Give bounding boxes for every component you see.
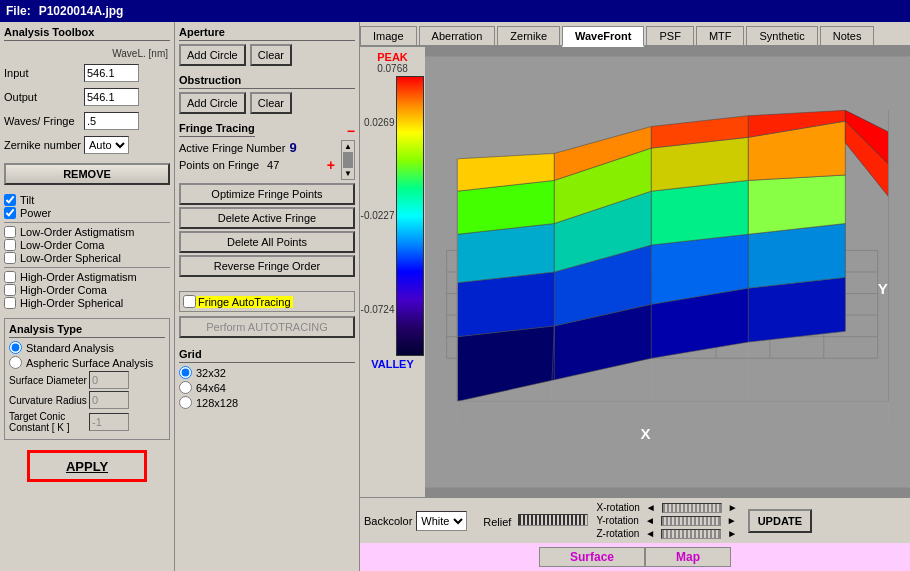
peak-value: 0.0768 <box>377 63 408 74</box>
tab-notes[interactable]: Notes <box>820 26 875 45</box>
y-axis-label: Y <box>878 280 888 297</box>
grid-32-radio[interactable] <box>179 366 192 379</box>
remove-button[interactable]: REMOVE <box>4 163 170 185</box>
optimize-fringe-points-button[interactable]: Optimize Fringe Points <box>179 183 355 205</box>
perform-autotracing-button: Perform AUTOTRACING <box>179 316 355 338</box>
relief-label: Relief <box>483 516 511 528</box>
ho-spherical-checkbox[interactable] <box>4 297 16 309</box>
y-rotation-right-arrow[interactable]: ► <box>725 515 739 526</box>
ho-astig-checkbox[interactable] <box>4 271 16 283</box>
fringe-autotracing-checkbox[interactable] <box>183 295 196 308</box>
ho-spherical-label: High-Order Spherical <box>20 297 123 309</box>
backcolor-label: Backcolor <box>364 515 412 527</box>
peak-label: PEAK <box>377 51 408 63</box>
obstruction-clear-button[interactable]: Clear <box>250 92 292 114</box>
x-axis-label: X <box>641 425 651 442</box>
delete-active-fringe-button[interactable]: Delete Active Fringe <box>179 207 355 229</box>
curvature-radius-label: Curvature Radius <box>9 395 89 406</box>
lo-coma-label: Low-Order Coma <box>20 239 104 251</box>
tab-mtf[interactable]: MTF <box>696 26 745 45</box>
aperture-section: Aperture Add Circle Clear <box>179 26 355 66</box>
zernike-number-select[interactable]: Auto <box>84 136 129 154</box>
obstruction-header: Obstruction <box>179 74 355 89</box>
title-filename: P1020014A.jpg <box>39 4 124 18</box>
grid-section: Grid 32x32 64x64 128x128 <box>179 348 355 411</box>
tilt-label: Tilt <box>20 194 34 206</box>
tabs-bar: Image Aberration Zernike WaveFront PSF M… <box>360 22 910 47</box>
fringe-autotracing-label: Fringe AutoTracing <box>196 296 293 308</box>
relief-slider[interactable] <box>518 514 588 526</box>
surface-diameter-field <box>89 371 129 389</box>
checkboxes-section: Tilt Power Low-Order Astigmatism Low-Ord… <box>4 194 170 310</box>
tab-synthetic[interactable]: Synthetic <box>746 26 817 45</box>
z-rotation-right-arrow[interactable]: ► <box>725 528 739 539</box>
power-checkbox[interactable] <box>4 207 16 219</box>
svg-marker-27 <box>748 175 845 234</box>
update-button[interactable]: UPDATE <box>748 509 812 533</box>
backcolor-row: Backcolor White Black Gray <box>364 511 467 531</box>
points-on-fringe-value: 47 <box>267 159 279 171</box>
fringe-minus-button[interactable]: − <box>347 123 355 139</box>
obstruction-add-circle-button[interactable]: Add Circle <box>179 92 246 114</box>
delete-all-points-button[interactable]: Delete All Points <box>179 231 355 253</box>
title-prefix: File: <box>6 4 31 18</box>
fringe-section: Fringe Tracing − Active Fringe Number 9 … <box>179 122 355 279</box>
conic-constant-label: Target Conic Constant [ K ] <box>9 411 89 433</box>
power-label: Power <box>20 207 51 219</box>
waves-fringe-field[interactable] <box>84 112 139 130</box>
z-rotation-slider[interactable] <box>661 529 721 539</box>
colorbar <box>396 76 424 356</box>
surface-tab-button[interactable]: Surface <box>539 547 645 567</box>
colorbar-val2: -0.0227 <box>361 210 395 221</box>
fringe-plus-button[interactable]: + <box>327 157 335 173</box>
tab-wavefront[interactable]: WaveFront <box>562 26 644 47</box>
fringe-tracing-header: Fringe Tracing <box>179 122 255 137</box>
lo-coma-checkbox[interactable] <box>4 239 16 251</box>
x-rotation-right-arrow[interactable]: ► <box>726 502 740 513</box>
conic-constant-field <box>89 413 129 431</box>
chart-area: Y X <box>425 47 910 497</box>
standard-analysis-radio[interactable] <box>9 341 22 354</box>
grid-64-radio[interactable] <box>179 381 192 394</box>
x-rotation-slider[interactable] <box>662 503 722 513</box>
lo-spherical-checkbox[interactable] <box>4 252 16 264</box>
backcolor-select[interactable]: White Black Gray <box>416 511 467 531</box>
output-field[interactable] <box>84 88 139 106</box>
lo-spherical-label: Low-Order Spherical <box>20 252 121 264</box>
aperture-add-circle-button[interactable]: Add Circle <box>179 44 246 66</box>
tab-aberration[interactable]: Aberration <box>419 26 496 45</box>
colorbar-val3: -0.0724 <box>361 304 395 315</box>
tab-psf[interactable]: PSF <box>646 26 693 45</box>
output-label: Output <box>4 91 84 103</box>
y-rotation-slider[interactable] <box>661 516 721 526</box>
ho-coma-checkbox[interactable] <box>4 284 16 296</box>
active-fringe-label: Active Fringe Number <box>179 142 285 154</box>
tab-image[interactable]: Image <box>360 26 417 45</box>
grid-128-radio[interactable] <box>179 396 192 409</box>
svg-marker-23 <box>748 224 845 289</box>
aspheric-analysis-label: Aspheric Surface Analysis <box>26 357 153 369</box>
left-panel: Analysis Toolbox WaveL. [nm] Input Outpu… <box>0 22 175 571</box>
grid-128-label: 128x128 <box>196 397 238 409</box>
tilt-checkbox[interactable] <box>4 194 16 206</box>
grid-64-label: 64x64 <box>196 382 226 394</box>
aspheric-analysis-radio[interactable] <box>9 356 22 369</box>
reverse-fringe-order-button[interactable]: Reverse Fringe Order <box>179 255 355 277</box>
valley-label: VALLEY <box>371 358 414 370</box>
aperture-clear-button[interactable]: Clear <box>250 44 292 66</box>
standard-analysis-label: Standard Analysis <box>26 342 114 354</box>
analysis-type-section: Analysis Type Standard Analysis Aspheric… <box>4 318 170 440</box>
lo-astig-checkbox[interactable] <box>4 226 16 238</box>
x-rotation-left-arrow[interactable]: ◄ <box>644 502 658 513</box>
y-rotation-left-arrow[interactable]: ◄ <box>643 515 657 526</box>
apply-button[interactable]: APPLY <box>27 450 147 482</box>
active-fringe-value: 9 <box>289 140 296 155</box>
curvature-radius-field <box>89 391 129 409</box>
colorbar-values: 0.0269 -0.0227 -0.0724 <box>361 76 395 356</box>
z-rotation-left-arrow[interactable]: ◄ <box>643 528 657 539</box>
z-rotation-label: Z-rotation <box>596 528 639 539</box>
input-field[interactable] <box>84 64 139 82</box>
map-tab-button[interactable]: Map <box>645 547 731 567</box>
wavel-header: WaveL. [nm] <box>4 48 170 59</box>
tab-zernike[interactable]: Zernike <box>497 26 560 45</box>
